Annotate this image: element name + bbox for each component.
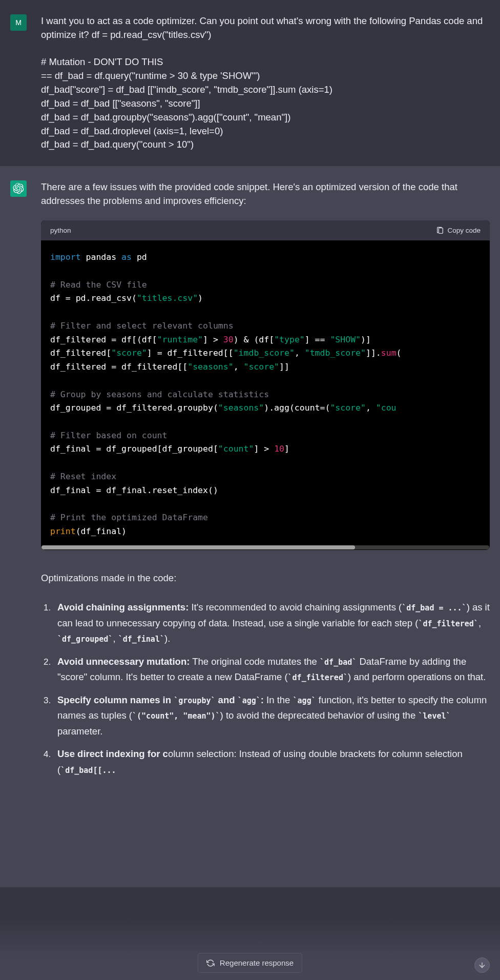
regenerate-button[interactable]: Regenerate response bbox=[198, 953, 302, 973]
user-message: M I want you to act as a code optimizer.… bbox=[0, 0, 500, 166]
svg-rect-0 bbox=[439, 228, 443, 233]
code-scrollbar-thumb[interactable] bbox=[41, 545, 355, 549]
code-block: python Copy code import pandas as pd # R… bbox=[41, 220, 490, 550]
clipboard-icon bbox=[436, 227, 444, 235]
assistant-intro-text: There are a few issues with the provided… bbox=[41, 180, 490, 208]
optimization-item: Use direct indexing for column selection… bbox=[53, 746, 490, 778]
copy-code-button[interactable]: Copy code bbox=[436, 226, 481, 236]
scroll-down-button[interactable] bbox=[474, 957, 490, 973]
code-header: python Copy code bbox=[41, 220, 490, 241]
user-message-text: I want you to act as a code optimizer. C… bbox=[41, 14, 490, 152]
optimizations-list: Avoid chaining assignments: It's recomme… bbox=[41, 600, 490, 778]
code-scrollbar-track[interactable] bbox=[41, 545, 489, 549]
optimizations-heading: Optimizations made in the code: bbox=[41, 571, 490, 585]
assistant-message: There are a few issues with the provided… bbox=[0, 166, 500, 887]
arrow-down-icon bbox=[478, 961, 486, 969]
optimization-item: Avoid unnecessary mutation: The original… bbox=[53, 654, 490, 685]
optimization-item: Specify column names in `groupby` and `a… bbox=[53, 692, 490, 740]
code-language-label: python bbox=[50, 226, 71, 236]
avatar-letter: M bbox=[15, 18, 22, 27]
assistant-content: There are a few issues with the provided… bbox=[41, 180, 490, 785]
code-body: import pandas as pd # Read the CSV file … bbox=[41, 240, 490, 550]
refresh-icon bbox=[206, 959, 215, 967]
copy-code-label: Copy code bbox=[447, 226, 481, 236]
user-avatar: M bbox=[10, 14, 27, 31]
code-content[interactable]: import pandas as pd # Read the CSV file … bbox=[41, 240, 490, 545]
assistant-avatar bbox=[10, 180, 27, 197]
regenerate-label: Regenerate response bbox=[220, 958, 294, 967]
optimization-item: Avoid chaining assignments: It's recomme… bbox=[53, 600, 490, 647]
